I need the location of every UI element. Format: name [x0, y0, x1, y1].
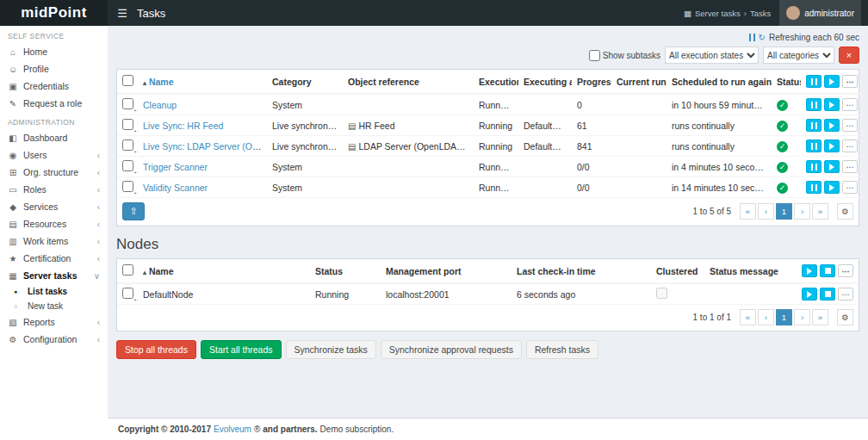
- sidebar-item-dashboard[interactable]: ◧ Dashboard: [0, 129, 108, 146]
- task-object-reference: LDAP Server (OpenLDAP) over new LDAPConn…: [358, 141, 474, 152]
- resume-task-button[interactable]: [824, 119, 840, 132]
- task-row-checkbox[interactable]: [122, 181, 133, 192]
- evolveum-link[interactable]: Evolveum: [214, 425, 251, 434]
- pause-refresh-icon[interactable]: [749, 34, 755, 41]
- sidebar-item-request-a-role[interactable]: ✎ Request a role: [0, 95, 108, 112]
- suspend-all-button[interactable]: [806, 75, 822, 88]
- hamburger-icon[interactable]: ☰: [108, 0, 137, 26]
- task-more-button[interactable]: ⋯: [842, 160, 858, 173]
- user-menu[interactable]: administrator: [779, 0, 861, 26]
- resume-all-button[interactable]: [824, 75, 840, 88]
- suspend-task-button[interactable]: [806, 139, 822, 152]
- sidebar-item-list-tasks[interactable]: ● List tasks: [0, 284, 108, 299]
- task-name-link[interactable]: Validity Scanner: [143, 183, 208, 193]
- task-row-checkbox[interactable]: [122, 139, 133, 151]
- breadcrumb-item-server-tasks[interactable]: Server tasks: [695, 9, 741, 18]
- synchronize-approval-requests-button[interactable]: Synchronize approval requests: [381, 340, 522, 359]
- table-settings-button[interactable]: ⚙: [837, 309, 853, 325]
- resume-task-button[interactable]: [824, 139, 840, 152]
- chevron-down-icon: ∨: [94, 271, 100, 281]
- page-prev-button[interactable]: ‹: [758, 309, 774, 325]
- suspend-task-button[interactable]: [806, 98, 822, 111]
- task-more-button[interactable]: ⋯: [842, 181, 858, 194]
- task-name-link[interactable]: Live Sync: HR Feed: [143, 121, 223, 131]
- column-label-name[interactable]: Name: [149, 77, 174, 87]
- sidebar-item-roles[interactable]: ▭ Roles ‹: [0, 181, 108, 198]
- start-scheduler-button[interactable]: [802, 288, 817, 301]
- select-all-tasks-checkbox[interactable]: [122, 75, 133, 86]
- nodes-table: ▴ Name Status Management port Last check…: [117, 259, 859, 305]
- categories-select[interactable]: All categories: [763, 46, 834, 64]
- stop-all-threads-button[interactable]: Stop all threads: [116, 340, 196, 359]
- task-more-button[interactable]: ⋯: [842, 119, 858, 132]
- column-header-current-run-time: Current run time: [611, 70, 666, 94]
- node-row-checkbox[interactable]: [122, 288, 133, 299]
- task-category: System: [267, 177, 343, 198]
- app-logo[interactable]: midPoint: [0, 0, 108, 26]
- page-1-button[interactable]: 1: [776, 309, 792, 325]
- column-header-status: Status: [772, 70, 801, 94]
- select-all-nodes-checkbox[interactable]: [122, 264, 133, 276]
- column-header-node-name[interactable]: ▴ Name: [138, 259, 310, 283]
- task-row-checkbox[interactable]: [122, 98, 133, 109]
- chevron-left-icon: ‹: [97, 318, 100, 327]
- subscription-text: Demo subscription.: [320, 425, 394, 434]
- sidebar-item-server-tasks[interactable]: ▦ Server tasks ∨: [0, 267, 108, 284]
- sidebar-item-users[interactable]: ◉ Users ‹: [0, 146, 108, 164]
- stop-scheduler-button[interactable]: [820, 288, 835, 301]
- resume-task-button[interactable]: [824, 98, 840, 111]
- sidebar-item-profile[interactable]: ☺ Profile: [0, 60, 108, 77]
- sidebar-item-services[interactable]: ◆ Services ‹: [0, 198, 108, 215]
- task-row-checkbox[interactable]: [122, 119, 133, 130]
- page-prev-button[interactable]: ‹: [758, 203, 774, 220]
- node-more-button[interactable]: ⋯: [838, 288, 853, 301]
- column-header-name[interactable]: ▴ Name: [138, 70, 267, 94]
- page-next-button[interactable]: ›: [794, 203, 810, 220]
- show-subtasks-toggle[interactable]: Show subtasks: [589, 50, 660, 61]
- task-progress: 61: [572, 115, 611, 136]
- resume-task-button[interactable]: [824, 160, 840, 173]
- page-last-button[interactable]: »: [812, 309, 828, 325]
- clear-filter-button[interactable]: ×: [839, 46, 859, 64]
- task-name-link[interactable]: Live Sync: LDAP Server (OpenLDAP): [143, 141, 267, 152]
- synchronize-tasks-button[interactable]: Synchronize tasks: [286, 340, 376, 359]
- suspend-task-button[interactable]: [806, 181, 822, 194]
- sort-asc-icon: ▴: [143, 79, 146, 87]
- tasks-more-button[interactable]: ⋯: [842, 75, 858, 88]
- execution-states-select[interactable]: All execution states: [665, 46, 759, 64]
- show-subtasks-checkbox[interactable]: [589, 50, 600, 61]
- sidebar-item-configuration[interactable]: ⚙ Configuration ‹: [0, 331, 108, 348]
- page-next-button[interactable]: ›: [794, 309, 810, 325]
- bulk-import-button[interactable]: ⇧: [122, 202, 145, 220]
- table-settings-button[interactable]: ⚙: [837, 203, 853, 220]
- sidebar-item-resources[interactable]: ▤ Resources ‹: [0, 215, 108, 232]
- refresh-tasks-button[interactable]: Refresh tasks: [526, 340, 598, 359]
- page-1-button[interactable]: 1: [776, 203, 792, 220]
- start-scheduler-all-button[interactable]: [802, 264, 817, 277]
- suspend-task-button[interactable]: [806, 160, 822, 173]
- task-more-button[interactable]: ⋯: [842, 98, 858, 111]
- sort-asc-icon: ▴: [143, 269, 146, 276]
- task-name-link[interactable]: Trigger Scanner: [143, 162, 208, 172]
- sidebar-item-org-structure[interactable]: ⊞ Org. structure ‹: [0, 164, 108, 181]
- stop-scheduler-all-button[interactable]: [820, 264, 835, 277]
- page-first-button[interactable]: «: [740, 309, 756, 325]
- task-name-link[interactable]: Cleanup: [143, 100, 177, 110]
- page-first-button[interactable]: «: [740, 203, 756, 220]
- ellipsis-icon: ⋯: [846, 163, 854, 171]
- page-last-button[interactable]: »: [812, 203, 828, 220]
- sidebar-item-work-items[interactable]: ▥ Work items ‹: [0, 232, 108, 250]
- sidebar-item-home[interactable]: ⌂ Home: [0, 43, 108, 60]
- task-row-checkbox[interactable]: [122, 160, 133, 171]
- sidebar-item-reports[interactable]: ▧ Reports ‹: [0, 313, 108, 331]
- sidebar-item-credentials[interactable]: ▣ Credentials: [0, 77, 108, 95]
- refresh-icon[interactable]: ↻: [759, 33, 766, 42]
- task-object-reference: HR Feed: [358, 121, 394, 131]
- start-all-threads-button[interactable]: Start all threads: [201, 340, 282, 359]
- sidebar-item-new-task[interactable]: ○ New task: [0, 299, 108, 313]
- sidebar-item-certification[interactable]: ★ Certification ‹: [0, 250, 108, 267]
- task-more-button[interactable]: ⋯: [842, 139, 858, 152]
- resume-task-button[interactable]: [824, 181, 840, 194]
- suspend-task-button[interactable]: [806, 119, 822, 132]
- nodes-more-button[interactable]: ⋯: [838, 264, 853, 277]
